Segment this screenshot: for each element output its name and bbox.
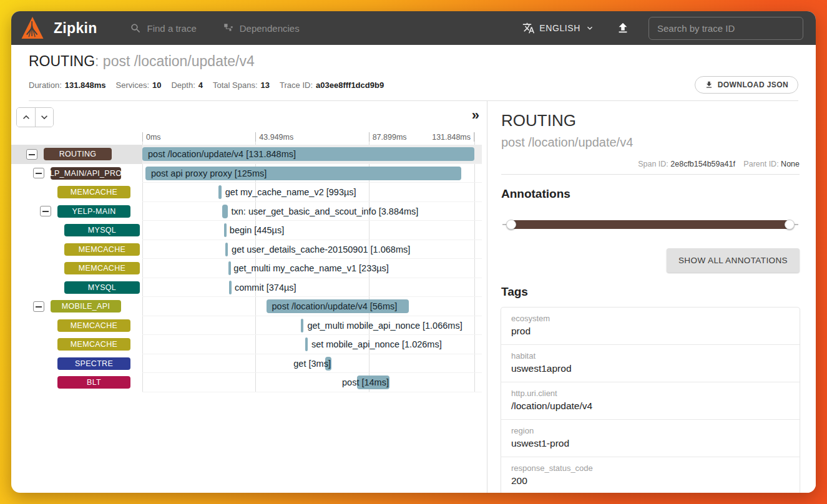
slider-track[interactable] <box>509 220 791 229</box>
service-badge[interactable]: MEMCACHE <box>57 319 130 332</box>
tree-cell: LP_MAIN/API_PRO <box>11 164 142 183</box>
service-badge[interactable]: YELP-MAIN <box>57 205 130 218</box>
service-badge[interactable]: MOBILE_API <box>51 300 121 313</box>
summary-item: Total Spans:13 <box>213 80 270 90</box>
span-label: get [3ms] <box>293 354 331 373</box>
brand-name: Zipkin <box>54 20 97 37</box>
trace-row: ROUTINGpost /location/update/v4 [131.848… <box>11 145 487 164</box>
trace-row: BLTpost [14ms] <box>11 373 487 392</box>
slider-handle-left[interactable] <box>506 220 516 230</box>
trace-row: MEMCACHEset mobile_api_nonce [1.026ms] <box>11 335 487 354</box>
zipkin-logo-icon <box>20 16 45 41</box>
tree-cell: SPECTRE <box>11 354 142 374</box>
service-badge[interactable]: MEMCACHE <box>57 186 130 198</box>
span-label: post [14ms] <box>342 373 389 392</box>
span-label: begin [445µs] <box>226 221 284 240</box>
next-span-button[interactable] <box>35 108 53 127</box>
slider-handle-right[interactable] <box>785 220 795 230</box>
tree-cell: MEMCACHE <box>11 240 142 259</box>
service-badge[interactable]: ROUTING <box>44 148 112 160</box>
time-cell: get user_details_cache-20150901 [1.068ms… <box>142 240 482 259</box>
trace-summary-row: Duration:131.848msServices:10Depth:4Tota… <box>29 76 798 101</box>
trace-row: MEMCACHEget my_cache_name_v2 [993µs] <box>11 183 487 202</box>
span-label: post api proxy proxy [125ms] <box>145 164 267 183</box>
summary-label: Trace ID: <box>280 80 313 90</box>
trace-row: MOBILE_APIpost /location/update/v4 [56ms… <box>11 297 487 316</box>
service-badge[interactable]: MEMCACHE <box>64 262 140 274</box>
service-badge[interactable]: LP_MAIN/API_PRO <box>51 167 121 180</box>
parent-id-label: Parent ID: <box>743 160 778 168</box>
show-all-annotations-button[interactable]: SHOW ALL ANNOTATIONS <box>667 248 800 273</box>
tag-row: regionuswest1-prod <box>501 420 800 457</box>
span-label: post /location/update/v4 [131.848ms] <box>142 145 296 163</box>
tick-label: 0ms <box>142 132 164 142</box>
title-service: ROUTING <box>29 53 95 69</box>
upload-icon <box>616 21 630 35</box>
tag-value: uswest1-prod <box>511 438 790 449</box>
service-badge[interactable]: SPECTRE <box>57 357 130 370</box>
dependencies-icon <box>223 22 234 34</box>
nav-find-a-trace[interactable]: Find a trace <box>130 22 197 34</box>
detail-span-name: post /location/update/v4 <box>501 135 800 150</box>
collapse-panel-button[interactable]: » <box>472 109 479 122</box>
summary-value: 131.848ms <box>65 80 106 90</box>
trace-search-input[interactable] <box>648 17 803 40</box>
span-ids-row: Span ID: 2e8cfb154b59a41f Parent ID: Non… <box>501 160 800 175</box>
span-bar[interactable] <box>222 205 228 218</box>
time-cell: get my_cache_name_v2 [993µs] <box>142 183 482 202</box>
summary-label: Duration: <box>29 80 62 90</box>
service-badge[interactable]: MYSQL <box>64 224 140 236</box>
tag-row: habitatuswest1aprod <box>501 345 800 382</box>
service-badge[interactable]: MEMCACHE <box>64 243 140 256</box>
time-cell: get_multi mobile_api_nonce [1.066ms] <box>142 316 482 336</box>
summary-value: 10 <box>152 80 161 90</box>
collapse-toggle-icon[interactable] <box>26 149 37 160</box>
upload-button[interactable] <box>616 21 630 35</box>
desktop-background: Zipkin Find a trace Dependencies ENGLISH <box>0 0 827 504</box>
nav-dependencies[interactable]: Dependencies <box>223 22 300 34</box>
span-label: get user_details_cache-20150901 [1.068ms… <box>228 240 410 259</box>
tags-card: ecosystemprodhabitatuswest1aprodhttp.uri… <box>501 308 800 493</box>
trace-row: MYSQLbegin [445µs] <box>11 221 487 240</box>
service-badge[interactable]: MEMCACHE <box>57 338 130 351</box>
brand[interactable]: Zipkin <box>20 16 97 41</box>
tag-key: ecosystem <box>511 314 790 323</box>
collapse-toggle-icon[interactable] <box>33 301 44 312</box>
service-badge[interactable]: BLT <box>57 376 130 389</box>
annotation-range-slider[interactable] <box>502 220 798 230</box>
download-json-button[interactable]: DOWNLOAD JSON <box>695 76 798 94</box>
language-selector[interactable]: ENGLISH <box>522 22 595 34</box>
span-nav-button-group <box>16 107 54 127</box>
tag-key: response_status_code <box>511 463 790 473</box>
annotations-heading: Annotations <box>501 187 800 201</box>
time-cell: get [3ms] <box>142 354 482 374</box>
language-label: ENGLISH <box>539 23 580 33</box>
zipkin-window: Zipkin Find a trace Dependencies ENGLISH <box>11 11 816 493</box>
collapse-toggle-icon[interactable] <box>33 168 44 178</box>
tag-key: http.uri.client <box>511 389 790 398</box>
summary-label: Total Spans: <box>213 80 258 90</box>
tag-value: uswest1aprod <box>511 363 790 374</box>
trace-row: YELP-MAINtxn: user_get_basic_and_scout_i… <box>11 202 487 221</box>
span-label: get_multi mobile_api_nonce [1.066ms] <box>303 316 462 335</box>
span-detail-panel: ROUTING post /location/update/v4 Span ID… <box>487 101 816 493</box>
summary-item: Duration:131.848ms <box>29 80 106 90</box>
tick-label: 131.848ms <box>429 132 474 142</box>
trace-row: MEMCACHEget user_details_cache-20150901 … <box>11 240 487 259</box>
trace-rows: ROUTINGpost /location/update/v4 [131.848… <box>11 145 487 392</box>
timeline-tick-row: 0ms43.949ms87.899ms131.848ms <box>142 132 482 145</box>
nav-find-a-trace-label: Find a trace <box>147 23 197 34</box>
summary-item: Services:10 <box>116 80 162 90</box>
service-badge[interactable]: MYSQL <box>64 281 140 294</box>
time-cell: set mobile_api_nonce [1.026ms] <box>142 335 482 354</box>
chevron-up-icon <box>20 111 32 124</box>
trace-row: LP_MAIN/API_PROpost api proxy proxy [125… <box>11 164 487 183</box>
prev-span-button[interactable] <box>17 108 35 127</box>
tag-row: http.uri.client/location/update/v4 <box>501 382 800 420</box>
tag-value: prod <box>511 326 790 337</box>
collapse-toggle-icon[interactable] <box>40 206 51 216</box>
tag-row: ecosystemprod <box>501 308 800 345</box>
summary-label: Depth: <box>171 80 195 90</box>
span-label: set mobile_api_nonce [1.026ms] <box>308 335 442 354</box>
tree-cell: MEMCACHE <box>11 316 142 336</box>
